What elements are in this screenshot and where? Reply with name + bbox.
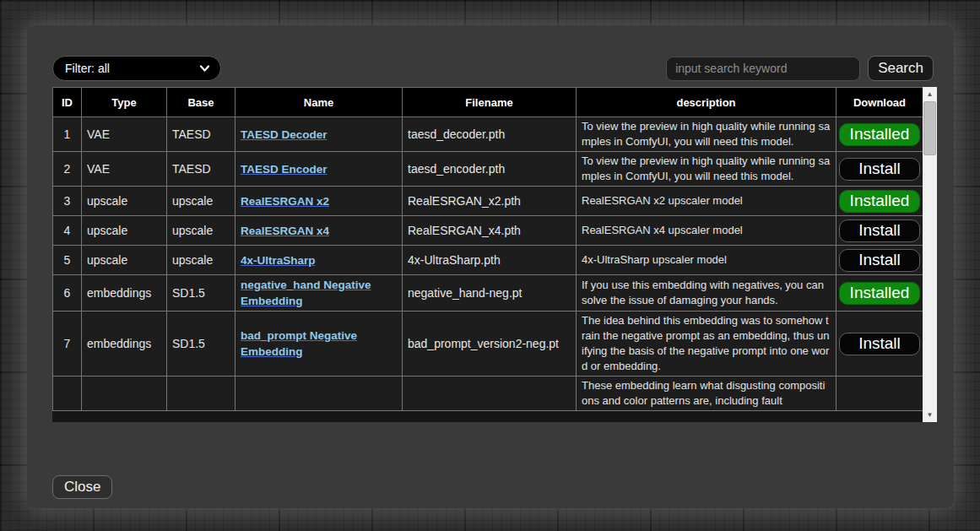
- cell-filename: RealESRGAN_x2.pth: [403, 187, 577, 216]
- column-header-filename: Filename: [403, 88, 577, 117]
- cell-download: Install: [837, 246, 923, 275]
- cell-type: upscale: [82, 216, 167, 246]
- cell-id: 7: [53, 312, 82, 377]
- table-row: 4upscaleupscaleRealESRGAN x4RealESRGAN_x…: [53, 216, 923, 246]
- close-button[interactable]: Close: [52, 475, 112, 499]
- table-row: These embedding learn what disgusting co…: [53, 377, 923, 411]
- cell-download: Installed: [837, 275, 923, 312]
- chevron-down-icon: [199, 65, 210, 73]
- table-row: 1VAETAESDTAESD Decodertaesd_decoder.pthT…: [53, 117, 923, 152]
- installed-button[interactable]: Installed: [839, 190, 920, 213]
- cell-name: TAESD Encoder: [236, 152, 403, 187]
- install-button[interactable]: Install: [839, 158, 920, 181]
- model-table: IDTypeBaseNameFilenamedescriptionDownloa…: [52, 87, 923, 411]
- cell-base: TAESD: [167, 152, 236, 187]
- cell-description: RealESRGAN x2 upscaler model: [577, 187, 837, 216]
- cell-type: VAE: [82, 117, 167, 152]
- cell-id: [53, 377, 82, 411]
- cell-description: 4x-UltraSharp upscaler model: [577, 246, 837, 275]
- cell-type: upscale: [82, 187, 167, 216]
- cell-id: 5: [53, 246, 82, 275]
- cell-filename: taesd_decoder.pth: [403, 117, 577, 152]
- model-table-body: 1VAETAESDTAESD Decodertaesd_decoder.pthT…: [53, 117, 923, 411]
- cell-base: SD1.5: [167, 312, 236, 377]
- cell-download: Installed: [837, 117, 923, 152]
- cell-filename: taesd_encoder.pth: [403, 152, 577, 187]
- cell-download: Installed: [837, 187, 923, 216]
- search-bar: Search: [666, 56, 934, 81]
- table-row: 6embeddingsSD1.5negative_hand Negative E…: [53, 275, 923, 312]
- model-table-area: IDTypeBaseNameFilenamedescriptionDownloa…: [52, 87, 937, 422]
- cell-filename: negative_hand-neg.pt: [403, 275, 577, 312]
- search-button[interactable]: Search: [868, 56, 934, 81]
- cell-description: These embedding learn what disgusting co…: [577, 377, 837, 411]
- installed-button[interactable]: Installed: [839, 282, 920, 305]
- cell-download: [837, 377, 923, 411]
- scrollbar-down-icon[interactable]: ▼: [923, 409, 937, 421]
- column-header-base: Base: [167, 88, 236, 117]
- cell-type: embeddings: [82, 275, 167, 312]
- filter-select[interactable]: Filter: all: [52, 56, 221, 81]
- installed-button[interactable]: Installed: [839, 123, 920, 146]
- cell-description: RealESRGAN x4 upscaler model: [577, 216, 837, 246]
- cell-type: VAE: [82, 152, 167, 187]
- cell-type: upscale: [82, 246, 167, 275]
- cell-base: upscale: [167, 246, 236, 275]
- column-header-description: description: [577, 88, 837, 117]
- cell-id: 4: [53, 216, 82, 246]
- column-header-download: Download: [837, 88, 923, 117]
- cell-name: TAESD Decoder: [236, 117, 403, 152]
- cell-description: If you use this embedding with negatives…: [577, 275, 837, 312]
- column-header-id: ID: [53, 88, 82, 117]
- install-button[interactable]: Install: [839, 333, 920, 355]
- cell-base: upscale: [167, 187, 236, 216]
- model-name-link[interactable]: TAESD Encoder: [241, 163, 328, 176]
- install-button[interactable]: Install: [839, 249, 920, 272]
- cell-name: RealESRGAN x4: [236, 216, 403, 246]
- cell-filename: [403, 377, 577, 411]
- model-name-link[interactable]: RealESRGAN x2: [241, 195, 329, 208]
- model-table-viewport: IDTypeBaseNameFilenamedescriptionDownloa…: [52, 87, 923, 422]
- cell-id: 6: [53, 275, 82, 312]
- model-name-link[interactable]: RealESRGAN x4: [241, 225, 329, 237]
- install-models-dialog: Filter: all Search IDTypeBaseNameFilenam…: [27, 25, 954, 508]
- cell-download: Install: [837, 312, 923, 377]
- cell-base: TAESD: [167, 117, 236, 152]
- table-row: 7embeddingsSD1.5bad_prompt Negative Embe…: [53, 312, 923, 377]
- cell-filename: RealESRGAN_x4.pth: [403, 216, 577, 246]
- model-name-link[interactable]: 4x-UltraSharp: [241, 254, 316, 267]
- cell-name: RealESRGAN x2: [236, 187, 403, 216]
- cell-id: 1: [53, 117, 82, 152]
- cell-name: 4x-UltraSharp: [236, 246, 403, 275]
- cell-base: upscale: [167, 216, 236, 246]
- column-header-name: Name: [236, 88, 403, 117]
- cell-download: Install: [837, 152, 923, 187]
- cell-name: negative_hand Negative Embedding: [236, 275, 403, 312]
- cell-base: [167, 377, 236, 411]
- scrollbar-thumb[interactable]: [923, 101, 936, 155]
- model-name-link[interactable]: negative_hand Negative Embedding: [241, 279, 371, 307]
- scrollbar-up-icon[interactable]: ▲: [923, 88, 937, 100]
- cell-name: bad_prompt Negative Embedding: [236, 312, 403, 377]
- column-header-type: Type: [82, 88, 167, 117]
- cell-type: embeddings: [82, 312, 167, 377]
- table-scrollbar[interactable]: ▲ ▼: [923, 87, 937, 422]
- table-row: 2VAETAESDTAESD Encodertaesd_encoder.pthT…: [53, 152, 923, 187]
- cell-name: [236, 377, 403, 411]
- model-name-link[interactable]: TAESD Decoder: [241, 128, 328, 141]
- table-row: 3upscaleupscaleRealESRGAN x2RealESRGAN_x…: [53, 187, 923, 216]
- cell-type: [82, 377, 167, 411]
- cell-base: SD1.5: [167, 275, 236, 312]
- model-name-link[interactable]: bad_prompt Negative Embedding: [241, 329, 357, 358]
- table-header-row: IDTypeBaseNameFilenamedescriptionDownloa…: [53, 88, 923, 117]
- filter-select-label: Filter: all: [65, 62, 110, 75]
- cell-description: To view the preview in high quality whil…: [577, 117, 837, 152]
- install-button[interactable]: Install: [839, 219, 920, 242]
- cell-filename: 4x-UltraSharp.pth: [403, 246, 577, 275]
- cell-id: 3: [53, 187, 82, 216]
- cell-download: Install: [837, 216, 923, 246]
- table-row: 5upscaleupscale4x-UltraSharp4x-UltraShar…: [53, 246, 923, 275]
- search-input[interactable]: [666, 57, 860, 81]
- cell-description: To view the preview in high quality whil…: [577, 152, 837, 187]
- cell-id: 2: [53, 152, 82, 187]
